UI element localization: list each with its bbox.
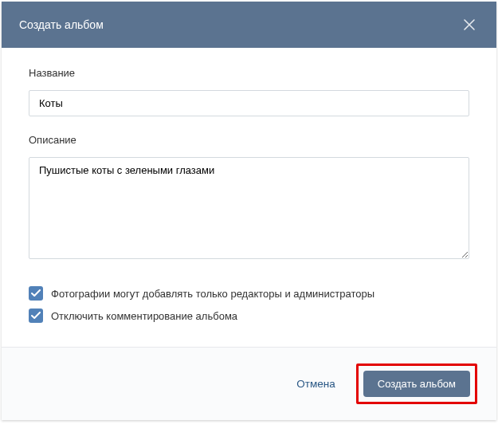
check-icon (31, 312, 41, 320)
check-icon (31, 289, 41, 297)
description-field-group: Описание (29, 134, 469, 262)
submit-button-highlight: Создать альбом (356, 364, 477, 404)
modal-footer: Отмена Создать альбом (2, 347, 496, 420)
modal-body: Название Описание Фотографии могут добав… (2, 48, 496, 347)
editors-only-checkbox (29, 286, 43, 301)
disable-comments-checkbox (29, 308, 43, 323)
name-input[interactable] (29, 90, 469, 116)
description-label: Описание (29, 134, 469, 146)
description-input[interactable] (29, 157, 469, 259)
name-label: Название (29, 67, 469, 79)
checkbox-section: Фотографии могут добавлять только редакт… (29, 286, 469, 323)
create-album-button[interactable]: Создать альбом (363, 371, 470, 397)
disable-comments-label: Отключить комментирование альбома (51, 310, 237, 322)
editors-only-label: Фотографии могут добавлять только редакт… (51, 288, 374, 300)
close-button[interactable] (460, 15, 479, 34)
modal-header: Создать альбом (2, 2, 496, 48)
name-field-group: Название (29, 67, 469, 116)
close-icon (463, 18, 476, 31)
create-album-modal: Создать альбом Название Описание Фотогр (2, 2, 496, 420)
editors-only-checkbox-row[interactable]: Фотографии могут добавлять только редакт… (29, 286, 469, 301)
modal-title: Создать альбом (19, 18, 104, 31)
disable-comments-checkbox-row[interactable]: Отключить комментирование альбома (29, 308, 469, 323)
cancel-button[interactable]: Отмена (287, 371, 344, 396)
